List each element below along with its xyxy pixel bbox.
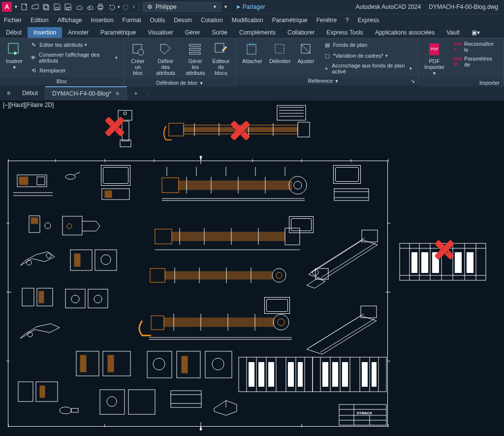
keep-attr-label: Conserver l'affichage des attributs xyxy=(39,52,113,64)
panel-bloc-title[interactable]: Bloc xyxy=(0,77,124,85)
redo-dd[interactable]: ▾ xyxy=(133,4,135,9)
close-tab-icon[interactable]: ✕ xyxy=(115,91,120,97)
menu-help[interactable]: ? xyxy=(346,17,349,24)
clip-button[interactable]: Délimiter xyxy=(267,40,292,65)
menu-outils[interactable]: Outils xyxy=(150,17,165,24)
block-editor-button[interactable]: Editeur de blocs xyxy=(210,40,232,77)
part-view xyxy=(73,347,137,382)
menu-parametrique[interactable]: Paramétrique xyxy=(272,17,308,24)
undo-dd[interactable]: ▾ xyxy=(118,4,120,9)
svg-rect-12 xyxy=(189,44,200,46)
tab-complements[interactable]: Compléments xyxy=(233,27,282,38)
tab-collaborer[interactable]: Collaborer xyxy=(282,27,320,38)
new-icon[interactable] xyxy=(20,2,29,11)
svg-rect-132 xyxy=(22,288,34,306)
menu-cotation[interactable]: Cotation xyxy=(201,17,223,24)
menu-fenetre[interactable]: Fenêtre xyxy=(316,17,337,24)
tabs-menu-icon[interactable]: ≡ xyxy=(2,90,15,97)
menu-insertion[interactable]: Insertion xyxy=(91,17,114,24)
svg-point-126 xyxy=(276,272,282,278)
cloud-open-icon[interactable] xyxy=(74,2,83,11)
document-tab-label: DYMACH-F4-00-Blog* xyxy=(52,90,111,97)
tabs-chevron-icon[interactable]: 〉 xyxy=(147,89,153,98)
attach-button[interactable]: Attacher xyxy=(240,40,264,65)
drawing-viewport[interactable]: [–][Haut][Filaire 2D] xyxy=(0,101,504,436)
menu-fichier[interactable]: Fichier xyxy=(4,17,22,24)
menu-modification[interactable]: Modification xyxy=(232,17,263,24)
define-attr-button[interactable]: Définir des attributs xyxy=(151,40,181,77)
tab-express-tools[interactable]: Express Tools xyxy=(320,27,369,38)
dialog-launcher-icon[interactable]: ↘ xyxy=(410,78,415,84)
keep-attr-display-button[interactable]: 👁Conserver l'affichage des attributs▾ xyxy=(28,51,120,64)
part-view xyxy=(67,245,122,277)
svg-rect-84 xyxy=(179,181,292,190)
pdf-import-button[interactable]: PDFPDF Importer▼ xyxy=(422,40,446,77)
new-tab-button[interactable]: ＋ xyxy=(127,86,145,101)
tab-extra[interactable]: ▣▾ xyxy=(466,27,486,38)
menu-edition[interactable]: Edition xyxy=(31,17,49,24)
svg-rect-49 xyxy=(421,252,428,273)
file-name: DYMACH-F4-00-Blog.dwg xyxy=(429,3,498,10)
svg-point-108 xyxy=(46,253,51,258)
create-block-button[interactable]: Créer un bloc xyxy=(128,40,148,77)
svg-point-190 xyxy=(60,407,71,414)
app-menu-arrow[interactable]: ▼ xyxy=(14,4,18,9)
tab-visualiser[interactable]: Visualiser xyxy=(142,27,179,38)
title-block xyxy=(339,404,386,425)
underlay-button[interactable]: ▤Fonds de plan xyxy=(321,40,414,49)
print-icon[interactable] xyxy=(96,2,105,11)
svg-point-125 xyxy=(272,268,286,282)
tab-debut[interactable]: Début xyxy=(0,27,28,38)
snap-label: Accrochage aux fonds de plan activé xyxy=(332,63,408,74)
delete-marker-icon xyxy=(103,115,126,138)
start-tab[interactable]: Début xyxy=(15,87,45,100)
replace-button[interactable]: ⟲Remplacer xyxy=(28,66,120,75)
list-tag-icon xyxy=(188,41,203,57)
workspace-dropdown[interactable]: ⚙ Philippe ▼ xyxy=(143,2,221,12)
menu-dessin[interactable]: Dessin xyxy=(174,17,192,24)
recognition-settings-button[interactable]: PDF⚙Paramètres de xyxy=(452,55,500,68)
manage-attr-button[interactable]: Gérer les attributs xyxy=(184,40,207,77)
frames-button[interactable]: ▢*Variation de cadres*▾ xyxy=(321,51,414,60)
panel-reference-title[interactable]: Référence ▼ ↘ xyxy=(236,77,418,85)
qat-customize[interactable]: ▼ xyxy=(223,4,228,9)
tab-sortie[interactable]: Sortie xyxy=(206,27,233,38)
stack-icon[interactable] xyxy=(42,2,51,11)
tab-parametrique[interactable]: Paramétrique xyxy=(94,27,142,38)
tab-apps-associees[interactable]: Applications associées xyxy=(369,27,441,38)
recognize-shx-button[interactable]: PDFAReconnaître le xyxy=(452,40,500,53)
redo-icon[interactable] xyxy=(122,2,131,11)
tab-annoter[interactable]: Annoter xyxy=(62,27,94,38)
share-label: Partager xyxy=(243,3,265,10)
cloud-save-icon[interactable] xyxy=(85,2,94,11)
delete-marker-icon xyxy=(229,119,252,142)
tab-vault[interactable]: Vault xyxy=(441,27,465,38)
menu-format[interactable]: Format xyxy=(123,17,141,24)
app-logo[interactable]: A xyxy=(2,2,12,12)
tab-gerer[interactable]: Gérer xyxy=(179,27,206,38)
save-as-icon[interactable] xyxy=(63,2,72,11)
save-icon[interactable] xyxy=(53,2,62,11)
tab-insertion[interactable]: Insertion xyxy=(28,27,62,38)
snap-underlay-button[interactable]: ⌖Accrochage aux fonds de plan activé▾ xyxy=(321,62,414,75)
undo-icon[interactable] xyxy=(107,2,116,11)
panel-import-title[interactable]: Importer xyxy=(418,79,504,87)
model-space[interactable]: DYMACH xyxy=(0,101,504,436)
adjust-button[interactable]: Ajuster xyxy=(295,40,316,65)
edit-attributes-button[interactable]: ✎Editer les attributs▾ xyxy=(28,40,120,49)
open-icon[interactable] xyxy=(31,2,40,11)
title-bar: A ▼ ▾ ▾ ⚙ Philippe ▼ ▼ ➤ Partager Autode… xyxy=(0,0,504,14)
share-button[interactable]: ➤ Partager xyxy=(236,3,265,10)
gear-text-icon: PDF⚙ xyxy=(454,58,462,66)
menu-affichage[interactable]: Affichage xyxy=(58,17,82,24)
svg-point-138 xyxy=(94,295,102,303)
snap-icon: ⌖ xyxy=(323,65,330,72)
document-tab[interactable]: DYMACH-F4-00-Blog*✕ xyxy=(45,86,127,100)
svg-rect-85 xyxy=(162,178,179,193)
insert-block-button[interactable]: Insérer ▼ xyxy=(4,40,25,71)
part-view xyxy=(63,284,112,314)
svg-rect-114 xyxy=(155,229,172,244)
replace-label: Remplacer xyxy=(39,67,65,73)
svg-point-80 xyxy=(65,174,75,179)
menu-express[interactable]: Express xyxy=(358,17,379,24)
